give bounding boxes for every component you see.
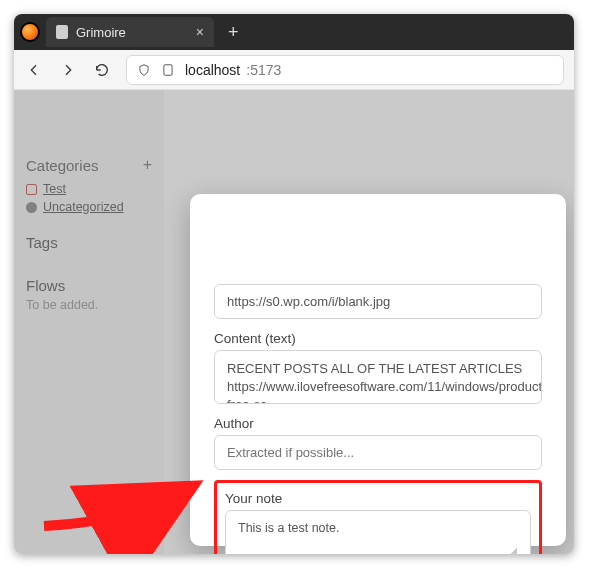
page-info-icon (161, 63, 175, 77)
address-bar[interactable]: localhost :5173 (126, 55, 564, 85)
url-host: localhost (185, 62, 240, 78)
content-field-group: Content (text) RECENT POSTS ALL OF THE L… (214, 331, 542, 404)
url-port: :5173 (246, 62, 281, 78)
author-input[interactable] (214, 435, 542, 470)
author-label: Author (214, 416, 542, 431)
note-field-highlight: Your note (214, 480, 542, 554)
page-icon (56, 25, 68, 39)
browser-tab[interactable]: Grimoire × (46, 17, 214, 47)
content-input[interactable]: RECENT POSTS ALL OF THE LATEST ARTICLES … (214, 350, 542, 404)
url-input[interactable] (214, 284, 542, 319)
author-field-group: Author (214, 416, 542, 470)
url-bar: localhost :5173 (14, 50, 574, 90)
note-textarea[interactable] (225, 510, 531, 554)
new-tab-button[interactable]: + (220, 22, 247, 43)
note-label: Your note (225, 491, 531, 506)
close-tab-icon[interactable]: × (196, 25, 204, 39)
tab-title: Grimoire (76, 25, 126, 40)
resize-handle-icon[interactable] (507, 548, 517, 554)
browser-window: Grimoire × + localhost :5173 grimoire Se… (14, 14, 574, 554)
firefox-icon (20, 22, 40, 42)
reload-button[interactable] (92, 60, 112, 80)
url-field-group (214, 284, 542, 319)
tab-strip: Grimoire × + (14, 14, 574, 50)
content-label: Content (text) (214, 331, 542, 346)
app-area: grimoire Search Categories + Test Uncate… (14, 90, 574, 554)
back-button[interactable] (24, 60, 44, 80)
svg-rect-0 (164, 64, 172, 75)
forward-button[interactable] (58, 60, 78, 80)
add-bookmark-modal: Content (text) RECENT POSTS ALL OF THE L… (190, 194, 566, 546)
shield-icon (137, 63, 151, 77)
